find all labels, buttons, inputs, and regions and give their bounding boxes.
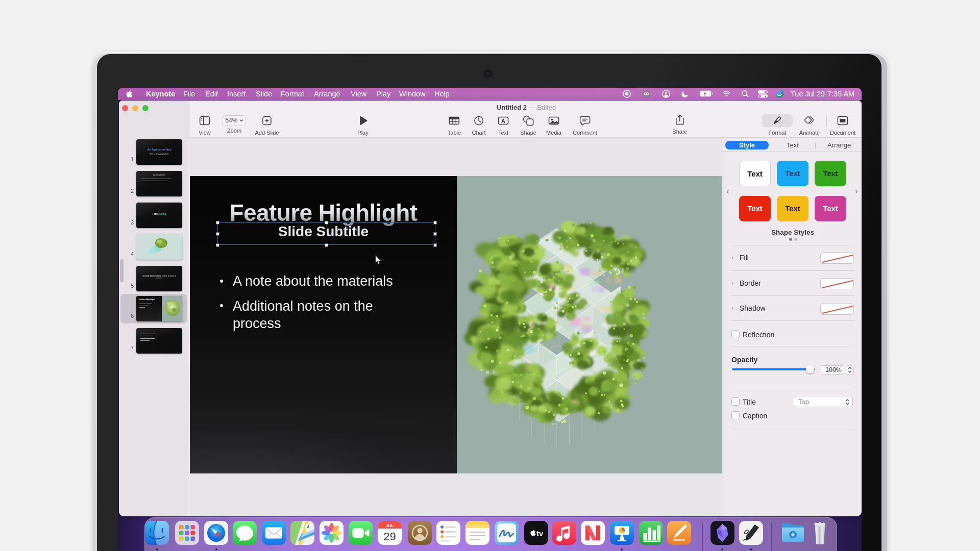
- svg-text:A: A: [501, 118, 505, 124]
- svg-text:JUL: JUL: [385, 523, 394, 528]
- svg-text:tv: tv: [536, 529, 544, 538]
- svg-text:29: 29: [383, 530, 396, 543]
